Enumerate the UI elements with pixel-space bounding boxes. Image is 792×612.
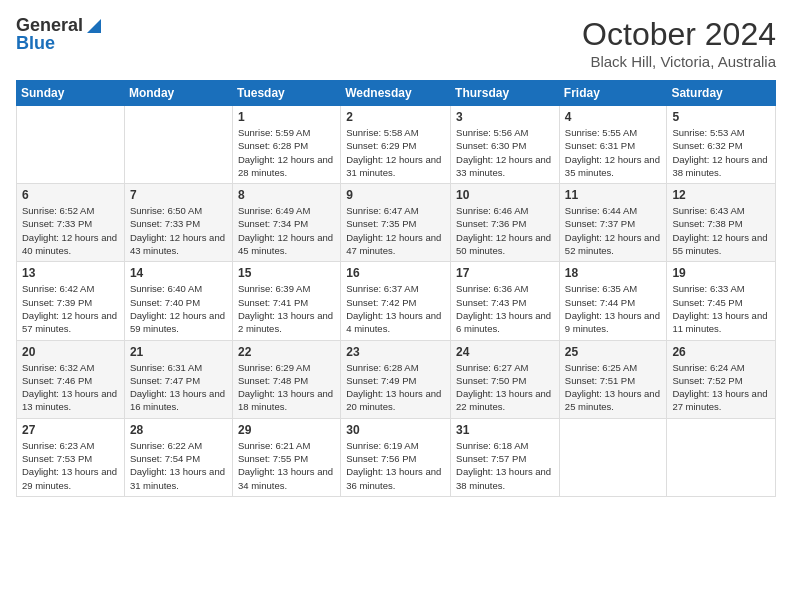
calendar-cell: 29Sunrise: 6:21 AM Sunset: 7:55 PM Dayli… — [232, 418, 340, 496]
day-info: Sunrise: 6:33 AM Sunset: 7:45 PM Dayligh… — [672, 282, 770, 335]
calendar-cell: 11Sunrise: 6:44 AM Sunset: 7:37 PM Dayli… — [559, 184, 667, 262]
day-info: Sunrise: 6:49 AM Sunset: 7:34 PM Dayligh… — [238, 204, 335, 257]
calendar-cell: 9Sunrise: 6:47 AM Sunset: 7:35 PM Daylig… — [341, 184, 451, 262]
calendar-cell: 18Sunrise: 6:35 AM Sunset: 7:44 PM Dayli… — [559, 262, 667, 340]
day-number: 23 — [346, 345, 445, 359]
day-number: 25 — [565, 345, 662, 359]
day-info: Sunrise: 6:36 AM Sunset: 7:43 PM Dayligh… — [456, 282, 554, 335]
day-number: 29 — [238, 423, 335, 437]
calendar-cell: 25Sunrise: 6:25 AM Sunset: 7:51 PM Dayli… — [559, 340, 667, 418]
header: General Blue October 2024 Black Hill, Vi… — [16, 16, 776, 70]
day-number: 18 — [565, 266, 662, 280]
day-info: Sunrise: 5:58 AM Sunset: 6:29 PM Dayligh… — [346, 126, 445, 179]
day-info: Sunrise: 6:18 AM Sunset: 7:57 PM Dayligh… — [456, 439, 554, 492]
title-block: October 2024 Black Hill, Victoria, Austr… — [582, 16, 776, 70]
calendar-cell: 22Sunrise: 6:29 AM Sunset: 7:48 PM Dayli… — [232, 340, 340, 418]
day-number: 17 — [456, 266, 554, 280]
day-number: 8 — [238, 188, 335, 202]
day-number: 15 — [238, 266, 335, 280]
calendar-cell: 10Sunrise: 6:46 AM Sunset: 7:36 PM Dayli… — [451, 184, 560, 262]
calendar-cell — [667, 418, 776, 496]
day-info: Sunrise: 6:40 AM Sunset: 7:40 PM Dayligh… — [130, 282, 227, 335]
logo: General Blue — [16, 16, 103, 54]
day-info: Sunrise: 6:52 AM Sunset: 7:33 PM Dayligh… — [22, 204, 119, 257]
day-info: Sunrise: 6:22 AM Sunset: 7:54 PM Dayligh… — [130, 439, 227, 492]
calendar-cell: 15Sunrise: 6:39 AM Sunset: 7:41 PM Dayli… — [232, 262, 340, 340]
day-number: 16 — [346, 266, 445, 280]
day-number: 9 — [346, 188, 445, 202]
calendar-table: SundayMondayTuesdayWednesdayThursdayFrid… — [16, 80, 776, 497]
day-number: 20 — [22, 345, 119, 359]
day-info: Sunrise: 6:28 AM Sunset: 7:49 PM Dayligh… — [346, 361, 445, 414]
weekday-header: Friday — [559, 81, 667, 106]
page: General Blue October 2024 Black Hill, Vi… — [0, 0, 792, 612]
day-number: 6 — [22, 188, 119, 202]
day-number: 2 — [346, 110, 445, 124]
day-number: 10 — [456, 188, 554, 202]
calendar-cell: 3Sunrise: 5:56 AM Sunset: 6:30 PM Daylig… — [451, 106, 560, 184]
weekday-header: Monday — [124, 81, 232, 106]
day-info: Sunrise: 6:25 AM Sunset: 7:51 PM Dayligh… — [565, 361, 662, 414]
day-info: Sunrise: 5:53 AM Sunset: 6:32 PM Dayligh… — [672, 126, 770, 179]
calendar-cell: 28Sunrise: 6:22 AM Sunset: 7:54 PM Dayli… — [124, 418, 232, 496]
calendar-cell: 17Sunrise: 6:36 AM Sunset: 7:43 PM Dayli… — [451, 262, 560, 340]
day-number: 28 — [130, 423, 227, 437]
day-number: 21 — [130, 345, 227, 359]
day-info: Sunrise: 6:46 AM Sunset: 7:36 PM Dayligh… — [456, 204, 554, 257]
day-number: 19 — [672, 266, 770, 280]
day-number: 7 — [130, 188, 227, 202]
calendar-cell: 30Sunrise: 6:19 AM Sunset: 7:56 PM Dayli… — [341, 418, 451, 496]
calendar-cell: 4Sunrise: 5:55 AM Sunset: 6:31 PM Daylig… — [559, 106, 667, 184]
day-number: 1 — [238, 110, 335, 124]
day-info: Sunrise: 6:37 AM Sunset: 7:42 PM Dayligh… — [346, 282, 445, 335]
day-info: Sunrise: 5:56 AM Sunset: 6:30 PM Dayligh… — [456, 126, 554, 179]
day-info: Sunrise: 5:55 AM Sunset: 6:31 PM Dayligh… — [565, 126, 662, 179]
weekday-header: Saturday — [667, 81, 776, 106]
calendar-cell: 20Sunrise: 6:32 AM Sunset: 7:46 PM Dayli… — [17, 340, 125, 418]
day-info: Sunrise: 6:24 AM Sunset: 7:52 PM Dayligh… — [672, 361, 770, 414]
day-info: Sunrise: 6:31 AM Sunset: 7:47 PM Dayligh… — [130, 361, 227, 414]
calendar-cell: 2Sunrise: 5:58 AM Sunset: 6:29 PM Daylig… — [341, 106, 451, 184]
day-number: 3 — [456, 110, 554, 124]
day-number: 27 — [22, 423, 119, 437]
calendar-cell — [124, 106, 232, 184]
day-info: Sunrise: 6:35 AM Sunset: 7:44 PM Dayligh… — [565, 282, 662, 335]
day-info: Sunrise: 6:42 AM Sunset: 7:39 PM Dayligh… — [22, 282, 119, 335]
day-info: Sunrise: 6:43 AM Sunset: 7:38 PM Dayligh… — [672, 204, 770, 257]
day-number: 14 — [130, 266, 227, 280]
calendar-cell: 24Sunrise: 6:27 AM Sunset: 7:50 PM Dayli… — [451, 340, 560, 418]
weekday-header: Thursday — [451, 81, 560, 106]
day-number: 4 — [565, 110, 662, 124]
calendar-cell — [559, 418, 667, 496]
logo-blue: Blue — [16, 34, 55, 54]
day-number: 12 — [672, 188, 770, 202]
calendar-cell: 7Sunrise: 6:50 AM Sunset: 7:33 PM Daylig… — [124, 184, 232, 262]
calendar-cell: 14Sunrise: 6:40 AM Sunset: 7:40 PM Dayli… — [124, 262, 232, 340]
page-subtitle: Black Hill, Victoria, Australia — [582, 53, 776, 70]
weekday-header: Tuesday — [232, 81, 340, 106]
calendar-cell: 12Sunrise: 6:43 AM Sunset: 7:38 PM Dayli… — [667, 184, 776, 262]
calendar-cell: 1Sunrise: 5:59 AM Sunset: 6:28 PM Daylig… — [232, 106, 340, 184]
calendar-cell: 19Sunrise: 6:33 AM Sunset: 7:45 PM Dayli… — [667, 262, 776, 340]
calendar-cell: 16Sunrise: 6:37 AM Sunset: 7:42 PM Dayli… — [341, 262, 451, 340]
day-info: Sunrise: 6:47 AM Sunset: 7:35 PM Dayligh… — [346, 204, 445, 257]
weekday-header: Sunday — [17, 81, 125, 106]
calendar-cell: 6Sunrise: 6:52 AM Sunset: 7:33 PM Daylig… — [17, 184, 125, 262]
calendar-cell: 8Sunrise: 6:49 AM Sunset: 7:34 PM Daylig… — [232, 184, 340, 262]
page-title: October 2024 — [582, 16, 776, 53]
day-info: Sunrise: 5:59 AM Sunset: 6:28 PM Dayligh… — [238, 126, 335, 179]
svg-marker-0 — [87, 19, 101, 33]
calendar-cell: 27Sunrise: 6:23 AM Sunset: 7:53 PM Dayli… — [17, 418, 125, 496]
day-number: 5 — [672, 110, 770, 124]
calendar-cell: 26Sunrise: 6:24 AM Sunset: 7:52 PM Dayli… — [667, 340, 776, 418]
day-info: Sunrise: 6:19 AM Sunset: 7:56 PM Dayligh… — [346, 439, 445, 492]
day-number: 24 — [456, 345, 554, 359]
logo-icon — [85, 17, 103, 35]
day-number: 26 — [672, 345, 770, 359]
day-number: 22 — [238, 345, 335, 359]
calendar-cell: 5Sunrise: 5:53 AM Sunset: 6:32 PM Daylig… — [667, 106, 776, 184]
day-number: 11 — [565, 188, 662, 202]
day-info: Sunrise: 6:23 AM Sunset: 7:53 PM Dayligh… — [22, 439, 119, 492]
calendar-cell: 23Sunrise: 6:28 AM Sunset: 7:49 PM Dayli… — [341, 340, 451, 418]
calendar-cell: 21Sunrise: 6:31 AM Sunset: 7:47 PM Dayli… — [124, 340, 232, 418]
